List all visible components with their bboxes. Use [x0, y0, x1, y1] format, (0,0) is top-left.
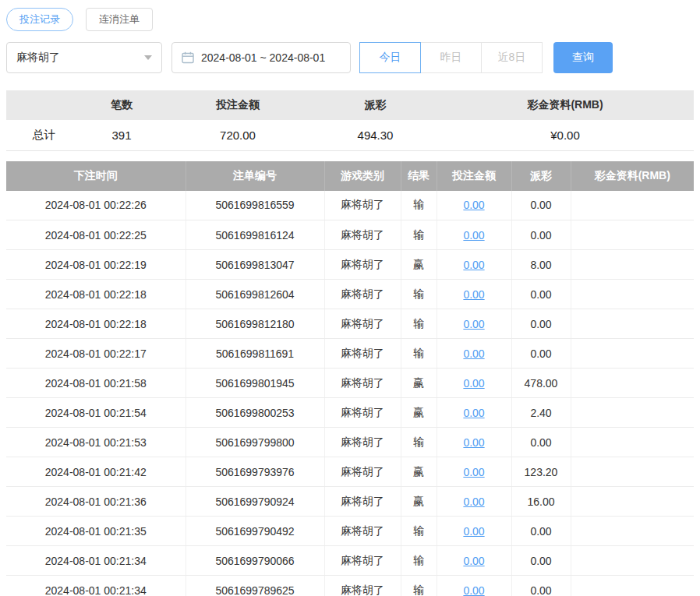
- bet-amount-link[interactable]: 0.00: [463, 229, 484, 242]
- cell-bonus: [571, 220, 694, 250]
- cell-game-type: 麻将胡了: [324, 280, 401, 309]
- cell-result: 赢: [401, 398, 437, 428]
- cell-result: 赢: [401, 457, 437, 487]
- cell-game-type: 麻将胡了: [324, 250, 401, 280]
- cell-payout: 0.00: [511, 339, 571, 369]
- cell-payout: 0.00: [511, 280, 571, 309]
- summary-header-row: 笔数 投注金额 派彩 彩金资料(RMB): [6, 90, 694, 120]
- header-payout: 派彩: [511, 161, 571, 191]
- summary-header-bonus: 彩金资料(RMB): [437, 90, 694, 120]
- table-row: 2024-08-01 00:21:34 5061699789625 麻将胡了 输…: [6, 576, 694, 596]
- table-row: 2024-08-01 00:22:19 5061699813047 麻将胡了 赢…: [6, 250, 694, 280]
- bet-amount-link[interactable]: 0.00: [463, 436, 484, 449]
- quick-range-group: 今日 昨日 近8日: [360, 42, 543, 73]
- cell-payout: 0.00: [511, 576, 571, 596]
- summary-total-bonus: ¥0.00: [437, 120, 694, 150]
- quick-range-last8days-button[interactable]: 近8日: [481, 42, 543, 73]
- cell-result: 输: [401, 546, 437, 576]
- bet-amount-link[interactable]: 0.00: [463, 584, 484, 596]
- bet-amount-link[interactable]: 0.00: [463, 555, 484, 567]
- cell-game-type: 麻将胡了: [324, 339, 401, 369]
- cell-order-id: 5061699813047: [186, 250, 324, 280]
- cell-payout: 0.00: [511, 517, 571, 546]
- bet-amount-link[interactable]: 0.00: [463, 288, 484, 301]
- cell-game-type: 麻将胡了: [324, 309, 401, 339]
- records-table: 下注时间 注单编号 游戏类别 结果 投注金额 派彩 彩金资料(RMB) 2024…: [6, 161, 694, 596]
- cell-bet-time: 2024-08-01 00:21:58: [6, 369, 186, 398]
- top-tabs: 投注记录 连消注单: [6, 8, 694, 31]
- cell-payout: 16.00: [511, 487, 571, 517]
- summary-total-label: 总计: [6, 120, 82, 150]
- bet-amount-link[interactable]: 0.00: [463, 199, 484, 211]
- cell-bonus: [571, 191, 694, 220]
- cell-order-id: 5061699812604: [186, 280, 324, 309]
- cell-order-id: 5061699812180: [186, 309, 324, 339]
- cell-bet-time: 2024-08-01 00:22:26: [6, 191, 186, 220]
- cell-bonus: [571, 487, 694, 517]
- cell-bet-time: 2024-08-01 00:21:35: [6, 517, 186, 546]
- summary-header-bet-amount: 投注金额: [161, 90, 314, 120]
- search-button[interactable]: 查询: [553, 42, 613, 73]
- header-bet-time: 下注时间: [6, 161, 186, 191]
- cell-game-type: 麻将胡了: [324, 398, 401, 428]
- tab-cancelled-orders[interactable]: 连消注单: [86, 8, 153, 31]
- bet-amount-link[interactable]: 0.00: [463, 495, 484, 508]
- cell-bonus: [571, 546, 694, 576]
- header-result: 结果: [401, 161, 437, 191]
- bet-amount-link[interactable]: 0.00: [463, 407, 484, 419]
- cell-game-type: 麻将胡了: [324, 191, 401, 220]
- cell-bet-time: 2024-08-01 00:21:36: [6, 487, 186, 517]
- cell-bonus: [571, 280, 694, 309]
- table-row: 2024-08-01 00:21:35 5061699790492 麻将胡了 输…: [6, 517, 694, 546]
- cell-payout: 8.00: [511, 250, 571, 280]
- cell-bonus: [571, 428, 694, 457]
- cell-payout: 2.40: [511, 398, 571, 428]
- table-row: 2024-08-01 00:21:36 5061699790924 麻将胡了 赢…: [6, 487, 694, 517]
- cell-bet-time: 2024-08-01 00:22:18: [6, 309, 186, 339]
- header-game-type: 游戏类别: [324, 161, 401, 191]
- bet-amount-link[interactable]: 0.00: [463, 525, 484, 538]
- cell-order-id: 5061699799800: [186, 428, 324, 457]
- cell-result: 输: [401, 576, 437, 596]
- cell-bet-amount: 0.00: [437, 369, 511, 398]
- cell-game-type: 麻将胡了: [324, 369, 401, 398]
- cell-result: 输: [401, 339, 437, 369]
- table-row: 2024-08-01 00:22:17 5061699811691 麻将胡了 输…: [6, 339, 694, 369]
- game-select[interactable]: 麻将胡了: [6, 42, 162, 73]
- cell-game-type: 麻将胡了: [324, 517, 401, 546]
- date-range-input[interactable]: 2024-08-01 ~ 2024-08-01: [171, 42, 351, 73]
- bet-amount-link[interactable]: 0.00: [463, 377, 484, 390]
- cell-bet-time: 2024-08-01 00:22:25: [6, 220, 186, 250]
- cell-bet-time: 2024-08-01 00:21:42: [6, 457, 186, 487]
- cell-bet-amount: 0.00: [437, 517, 511, 546]
- cell-bet-amount: 0.00: [437, 457, 511, 487]
- cell-result: 输: [401, 428, 437, 457]
- bet-amount-link[interactable]: 0.00: [463, 347, 484, 360]
- cell-bonus: [571, 576, 694, 596]
- cell-order-id: 5061699790492: [186, 517, 324, 546]
- cell-game-type: 麻将胡了: [324, 457, 401, 487]
- bet-amount-link[interactable]: 0.00: [463, 466, 484, 478]
- cell-bonus: [571, 457, 694, 487]
- summary-header-count: 笔数: [82, 90, 161, 120]
- cell-result: 输: [401, 191, 437, 220]
- tab-betting-records[interactable]: 投注记录: [6, 8, 73, 31]
- cell-order-id: 5061699793976: [186, 457, 324, 487]
- cell-order-id: 5061699790066: [186, 546, 324, 576]
- records-table-body: 2024-08-01 00:22:26 5061699816559 麻将胡了 输…: [6, 191, 694, 596]
- cell-bet-amount: 0.00: [437, 546, 511, 576]
- cell-bet-amount: 0.00: [437, 280, 511, 309]
- bet-amount-link[interactable]: 0.00: [463, 259, 484, 271]
- cell-game-type: 麻将胡了: [324, 487, 401, 517]
- cell-game-type: 麻将胡了: [324, 576, 401, 596]
- cell-bet-time: 2024-08-01 00:21:34: [6, 546, 186, 576]
- bet-amount-link[interactable]: 0.00: [463, 318, 484, 330]
- cell-bet-time: 2024-08-01 00:21:34: [6, 576, 186, 596]
- quick-range-yesterday-button[interactable]: 昨日: [420, 42, 482, 73]
- summary-total-row: 总计 391 720.00 494.30 ¥0.00: [6, 120, 694, 150]
- quick-range-today-button[interactable]: 今日: [359, 42, 421, 73]
- chevron-down-icon: [144, 55, 152, 60]
- cell-bonus: [571, 517, 694, 546]
- cell-game-type: 麻将胡了: [324, 220, 401, 250]
- table-row: 2024-08-01 00:21:34 5061699790066 麻将胡了 输…: [6, 546, 694, 576]
